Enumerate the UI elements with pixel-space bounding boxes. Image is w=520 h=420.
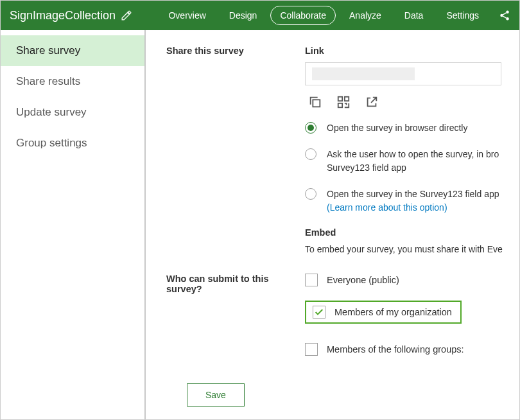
radio-label-browser: Open the survey in browser directly — [327, 121, 467, 135]
checkbox-groups-label: Members of the following groups: — [327, 344, 464, 354]
sidebar-item-share-results[interactable]: Share results — [1, 66, 144, 97]
tab-collaborate[interactable]: Collaborate — [270, 6, 336, 25]
link-heading: Link — [305, 46, 519, 56]
submit-section-label: Who can submit to this survey? — [166, 274, 305, 370]
footer-actions: Save — [166, 377, 519, 407]
copy-icon[interactable] — [308, 94, 323, 110]
radio-field-line1: Open the survey in the Survey123 field a… — [327, 189, 499, 199]
embed-text: To embed your survey, you must share it … — [305, 244, 519, 254]
radio-field-app[interactable]: Open the survey in the Survey123 field a… — [305, 188, 519, 214]
svg-rect-4 — [338, 97, 342, 101]
radio-open-browser[interactable]: Open the survey in browser directly — [305, 121, 519, 135]
radio-label-field-app: Open the survey in the Survey123 field a… — [327, 188, 499, 214]
radio-input-browser[interactable] — [305, 122, 316, 134]
radio-label-ask: Ask the user how to open the survey, in … — [327, 148, 499, 175]
checkbox-groups[interactable] — [305, 343, 318, 356]
content-area: Share this survey Link — [146, 30, 519, 419]
learn-more-link[interactable]: (Learn more about this option) — [327, 202, 447, 213]
sidebar: Share survey Share results Update survey… — [1, 30, 146, 419]
link-input[interactable] — [305, 62, 501, 85]
tab-data[interactable]: Data — [395, 6, 433, 25]
radio-ask-line1: Ask the user how to open the survey, in … — [327, 149, 499, 159]
radio-input-field-app[interactable] — [305, 188, 316, 200]
embed-heading: Embed — [305, 227, 519, 238]
tab-overview[interactable]: Overview — [159, 6, 215, 25]
svg-rect-6 — [338, 103, 342, 107]
sidebar-item-update-survey[interactable]: Update survey — [1, 97, 144, 128]
tab-analyze[interactable]: Analyze — [340, 6, 391, 25]
share-section: Share this survey Link — [166, 46, 519, 254]
nav-tabs: Overview Design Collaborate Analyze Data… — [159, 6, 510, 25]
checkbox-org[interactable] — [313, 306, 325, 319]
app-title: SignImageCollection — [10, 9, 116, 22]
link-placeholder — [312, 67, 415, 80]
radio-ask-line2: Survey123 field app — [327, 162, 406, 173]
checkbox-org-label: Members of my organization — [334, 307, 452, 317]
sidebar-item-share-survey[interactable]: Share survey — [1, 35, 144, 66]
svg-rect-3 — [313, 100, 320, 107]
qr-code-icon[interactable] — [336, 94, 351, 110]
svg-point-1 — [500, 14, 503, 17]
svg-point-2 — [506, 17, 509, 21]
radio-input-ask[interactable] — [305, 148, 316, 160]
checkbox-org-row[interactable]: Members of my organization — [305, 301, 462, 324]
checkbox-everyone-row[interactable]: Everyone (public) — [305, 274, 519, 286]
header-bar: SignImageCollection Overview Design Coll… — [1, 1, 519, 30]
share-section-label: Share this survey — [166, 46, 305, 254]
save-button[interactable]: Save — [187, 383, 245, 407]
submit-section: Who can submit to this survey? Everyone … — [166, 274, 519, 370]
checkbox-everyone-label: Everyone (public) — [327, 275, 399, 285]
tab-settings[interactable]: Settings — [437, 6, 489, 25]
tab-design[interactable]: Design — [220, 6, 267, 25]
checkbox-groups-row[interactable]: Members of the following groups: — [305, 343, 519, 356]
svg-rect-5 — [345, 97, 349, 101]
checkbox-everyone[interactable] — [305, 274, 318, 286]
radio-ask-user[interactable]: Ask the user how to open the survey, in … — [305, 148, 519, 175]
share-icon[interactable] — [499, 10, 510, 21]
main-layout: Share survey Share results Update survey… — [1, 30, 519, 419]
edit-icon[interactable] — [121, 10, 132, 21]
open-external-icon[interactable] — [364, 94, 379, 110]
svg-point-0 — [506, 11, 509, 14]
sidebar-item-group-settings[interactable]: Group settings — [1, 128, 144, 159]
